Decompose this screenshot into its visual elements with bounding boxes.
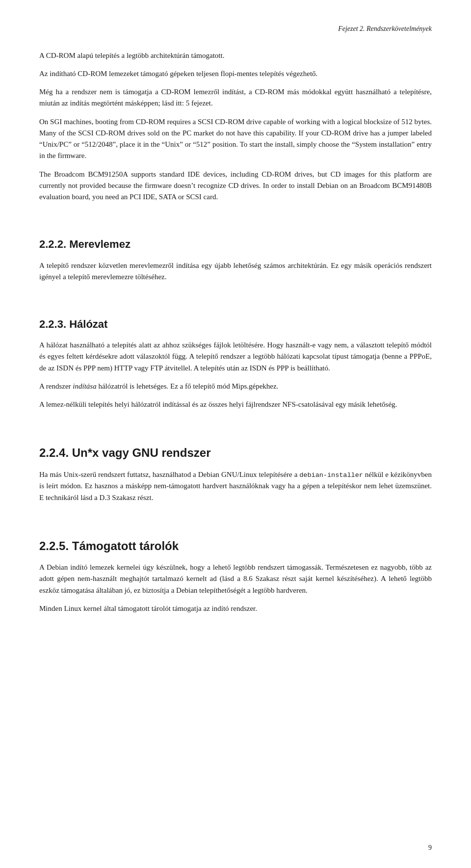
section-222-heading: 2.2.2. Merevlemez: [39, 236, 432, 253]
section-225-heading: 2.2.5. Támogatott tárolók: [39, 537, 432, 555]
header-text: Fejezet 2. Rendszerkövetelmények: [338, 25, 432, 32]
paragraph-sgi1: On SGI machines, booting from CD-ROM req…: [39, 116, 432, 162]
code-debian-installer: debian-installer: [299, 472, 363, 479]
paragraph-broadcom: The Broadcom BCM91250A supports standard…: [39, 169, 432, 203]
page-number: 9: [428, 844, 432, 851]
paragraph-222-p1: A telepítő rendszer közvetlen merevlemez…: [39, 260, 432, 283]
section-224-heading: 2.2.4. Un*x vagy GNU rendszer: [39, 444, 432, 462]
paragraph-225-p2: Minden Linux kernel által támogatott tár…: [39, 603, 432, 614]
paragraph-223-p1: A hálózat használható a telepítés alatt …: [39, 340, 432, 374]
section-223-heading: 2.2.3. Hálózat: [39, 316, 432, 333]
page: Fejezet 2. Rendszerkövetelmények A CD-RO…: [0, 0, 471, 868]
paragraph-223-p3: A lemez-nélküli telepítés helyi hálózatr…: [39, 399, 432, 410]
paragraph-intro3: Még ha a rendszer nem is támogatja a CD-…: [39, 86, 432, 109]
paragraph-intro2: Az indítható CD-ROM lemezeket támogató g…: [39, 68, 432, 79]
paragraph-224-p1: Ha más Unix-szerű rendszert futtatsz, ha…: [39, 469, 432, 503]
italic-inditas: indítása: [73, 382, 96, 390]
page-footer: 9: [428, 842, 432, 853]
paragraph-intro1: A CD-ROM alapú telepítés a legtöbb archi…: [39, 50, 432, 61]
paragraph-225-p1: A Debian indító lemezek kernelei úgy kés…: [39, 562, 432, 596]
paragraph-223-p2: A rendszer indítása hálózatról is lehets…: [39, 381, 432, 392]
page-header: Fejezet 2. Rendszerkövetelmények: [39, 24, 432, 36]
